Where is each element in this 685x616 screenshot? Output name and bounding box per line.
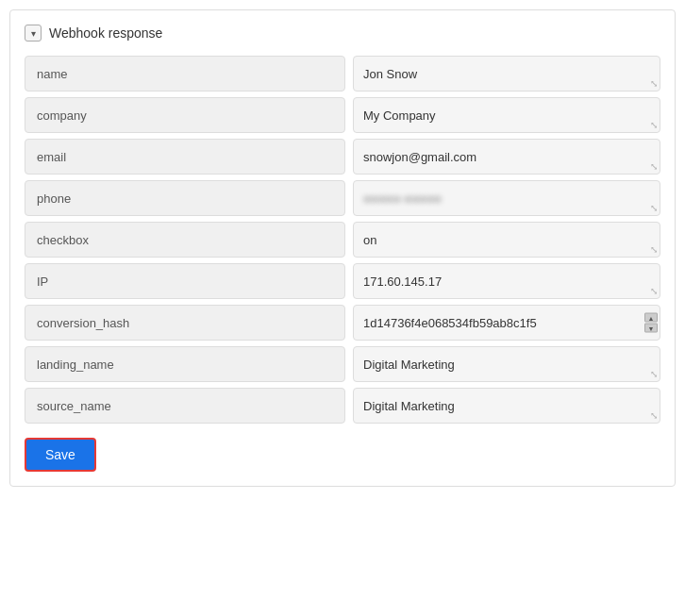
scroll-down-arrow[interactable]: ▼: [644, 324, 658, 333]
field-label-ip: IP: [25, 263, 345, 299]
field-value-source_name: Digital Marketing⤡: [353, 388, 660, 424]
field-label-landing_name: landing_name: [25, 346, 345, 382]
resize-handle-icon: ⤡: [650, 162, 658, 172]
field-value-name: Jon Snow⤡: [353, 56, 660, 92]
field-label-name: name: [25, 56, 345, 92]
resize-handle-icon: ⤡: [650, 370, 658, 379]
table-row: companyMy Company⤡: [25, 97, 660, 133]
scrollbar-arrows: ▲▼: [644, 313, 658, 333]
resize-handle-icon: ⤡: [650, 121, 658, 130]
field-label-company: company: [25, 97, 345, 133]
collapse-icon[interactable]: ▾: [25, 25, 42, 42]
field-label-checkbox: checkbox: [25, 222, 345, 258]
field-label-conversion_hash: conversion_hash: [25, 305, 345, 341]
field-label-email: email: [25, 139, 345, 175]
field-value-company: My Company⤡: [353, 97, 660, 133]
resize-handle-icon: ⤡: [650, 411, 658, 421]
field-value-checkbox: on⤡: [353, 222, 660, 258]
resize-handle-icon: ⤡: [650, 79, 658, 89]
scroll-up-arrow[interactable]: ▲: [644, 313, 658, 323]
table-row: conversion_hash1d14736f4e068534fb59ab8c1…: [25, 305, 660, 341]
table-row: checkboxon⤡: [25, 222, 660, 258]
fields-grid: nameJon Snow⤡companyMy Company⤡emailsnow…: [25, 56, 660, 424]
table-row: source_nameDigital Marketing⤡: [25, 388, 660, 424]
table-row: IP171.60.145.17⤡: [25, 263, 660, 299]
phone-blurred-value: ●●●●●-●●●●●: [363, 191, 442, 206]
resize-handle-icon: ⤡: [650, 204, 658, 213]
table-row: emailsnowjon@gmail.com⤡: [25, 139, 660, 175]
table-row: landing_nameDigital Marketing⤡: [25, 346, 660, 382]
resize-handle-icon: ⤡: [650, 245, 658, 255]
field-label-phone: phone: [25, 180, 345, 216]
field-value-landing_name: Digital Marketing⤡: [353, 346, 660, 382]
webhook-response-container: ▾ Webhook response nameJon Snow⤡companyM…: [9, 9, 676, 487]
field-value-ip: 171.60.145.17⤡: [353, 263, 660, 299]
field-value-phone: ●●●●●-●●●●●⤡: [353, 180, 660, 216]
section-header: ▾ Webhook response: [25, 25, 660, 42]
resize-handle-icon: ⤡: [650, 287, 658, 296]
table-row: nameJon Snow⤡: [25, 56, 660, 92]
section-title: Webhook response: [49, 25, 162, 41]
field-label-source_name: source_name: [25, 388, 345, 424]
save-button[interactable]: Save: [25, 438, 96, 472]
field-value-email: snowjon@gmail.com⤡: [353, 139, 660, 175]
table-row: phone●●●●●-●●●●●⤡: [25, 180, 660, 216]
field-value-conversion_hash[interactable]: 1d14736f4e068534fb59ab8c1f5▲▼: [353, 305, 660, 341]
